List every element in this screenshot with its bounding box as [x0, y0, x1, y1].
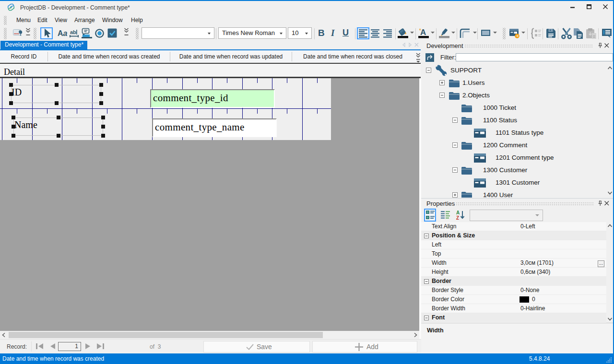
svg-text:Z: Z	[456, 215, 459, 221]
svg-text:ab: ab	[70, 29, 76, 35]
svg-text:A: A	[456, 210, 460, 215]
svg-text:A: A	[420, 28, 426, 37]
